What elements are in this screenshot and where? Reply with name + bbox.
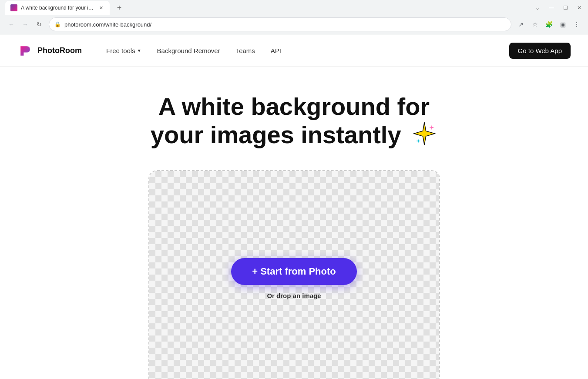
maximize-button[interactable]: ☐ <box>562 5 569 11</box>
reload-button[interactable]: ↻ <box>33 18 45 30</box>
nav-link-api[interactable]: API <box>264 44 288 58</box>
nav-right: Go to Web App <box>509 43 571 59</box>
forward-button[interactable]: → <box>19 18 31 30</box>
logo-text: PhotoRoom <box>37 46 82 55</box>
browser-titlebar: A white background for your ima... ✕ + ⌄… <box>0 0 588 16</box>
site-nav: PhotoRoom Free tools ▼ Background Remove… <box>0 35 588 67</box>
lock-icon: 🔒 <box>54 21 61 27</box>
sparkle-icon <box>411 121 437 152</box>
browser-chrome: A white background for your ima... ✕ + ⌄… <box>0 0 588 35</box>
new-tab-button[interactable]: + <box>113 2 125 14</box>
close-button[interactable]: ✕ <box>576 5 583 11</box>
back-button[interactable]: ← <box>5 18 17 30</box>
browser-tab[interactable]: A white background for your ima... ✕ <box>5 1 110 15</box>
toolbar-icons: ↗ ☆ 🧩 ▣ ⋮ <box>515 18 583 30</box>
nav-links: Free tools ▼ Background Remover Teams AP… <box>99 44 509 58</box>
window-controls: ⌄ — ☐ ✕ <box>534 5 583 11</box>
chevron-down-icon[interactable]: ⌄ <box>534 5 541 11</box>
star-icon[interactable]: ☆ <box>529 18 541 30</box>
menu-icon[interactable]: ⋮ <box>571 18 583 30</box>
upload-area[interactable]: + Start from Photo Or drop an image <box>148 170 440 379</box>
logo[interactable]: PhotoRoom <box>17 43 82 59</box>
tab-close-button[interactable]: ✕ <box>97 4 104 11</box>
upload-content: + Start from Photo Or drop an image <box>231 258 357 299</box>
nav-link-free-tools[interactable]: Free tools ▼ <box>99 44 148 58</box>
nav-buttons: ← → ↻ <box>5 18 45 30</box>
hero-section: A white background for your images insta… <box>0 67 588 379</box>
browser-addressbar: ← → ↻ 🔒 photoroom.com/white-background/ … <box>0 16 588 35</box>
tab-title: A white background for your ima... <box>21 5 94 11</box>
minimize-button[interactable]: — <box>548 5 555 11</box>
logo-icon <box>17 43 33 59</box>
address-text: photoroom.com/white-background/ <box>64 21 506 28</box>
website-content: PhotoRoom Free tools ▼ Background Remove… <box>0 35 588 379</box>
share-icon[interactable]: ↗ <box>515 18 527 30</box>
start-from-photo-button[interactable]: + Start from Photo <box>231 258 357 285</box>
extensions-icon[interactable]: 🧩 <box>543 18 555 30</box>
address-bar[interactable]: 🔒 photoroom.com/white-background/ <box>49 17 511 31</box>
nav-link-teams[interactable]: Teams <box>229 44 262 58</box>
drop-text: Or drop an image <box>267 292 321 299</box>
go-to-app-button[interactable]: Go to Web App <box>509 43 571 59</box>
chevron-down-icon: ▼ <box>137 48 141 53</box>
hero-title: A white background for your images insta… <box>17 93 571 153</box>
sidebar-icon[interactable]: ▣ <box>557 18 569 30</box>
nav-link-background-remover[interactable]: Background Remover <box>150 44 227 58</box>
tab-favicon <box>10 4 17 11</box>
